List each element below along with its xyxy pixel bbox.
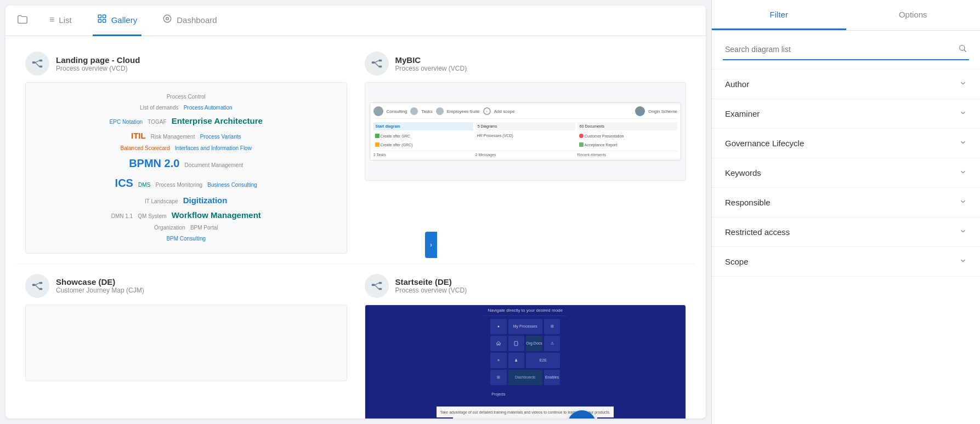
gallery-icon <box>97 14 107 26</box>
item-title-startseite: Startseite (DE) <box>395 277 467 287</box>
item-title-showcase: Showcase (DE) <box>56 277 144 287</box>
svg-line-25 <box>375 285 378 289</box>
dashboard-icon <box>162 14 172 26</box>
item-subtitle-mybic: Process overview (VCD) <box>395 65 467 72</box>
svg-rect-16 <box>32 284 36 286</box>
tab-list[interactable]: ≡ List <box>45 6 76 35</box>
item-preview-mybic: Consulting Tasks Employees Suite + Add s… <box>365 82 687 181</box>
chevron-down-icon-2 <box>959 109 967 118</box>
filter-restricted-access[interactable]: Restricted access <box>712 217 980 247</box>
gallery-item-startseite-de[interactable]: Startseite (DE) Process overview (VCD) N… <box>356 264 695 419</box>
sidebar-collapse-toggle[interactable]: › <box>425 232 437 258</box>
svg-rect-1 <box>103 15 105 18</box>
item-preview-startseite: Navigate directly to your desired mode M… <box>365 305 687 419</box>
diagram-icon-startseite <box>365 274 389 298</box>
filter-author[interactable]: Author <box>712 70 980 99</box>
svg-point-5 <box>166 18 169 20</box>
filter-scope[interactable]: Scope <box>712 247 980 277</box>
diagram-icon-mybic <box>365 51 389 76</box>
svg-rect-3 <box>103 20 105 22</box>
chevron-down-icon <box>959 79 967 89</box>
search-icon[interactable] <box>958 44 967 55</box>
filter-examiner[interactable]: Examiner <box>712 99 980 129</box>
folder-icon[interactable] <box>16 13 29 28</box>
item-subtitle-showcase: Customer Journey Map (CJM) <box>56 287 144 294</box>
svg-line-10 <box>35 62 39 66</box>
svg-rect-18 <box>39 288 43 290</box>
gallery-item-mybic[interactable]: MyBIC Process overview (VCD) Consulting … <box>356 42 695 264</box>
svg-rect-13 <box>378 66 382 68</box>
item-title-mybic: MyBIC <box>395 55 467 65</box>
tab-filter[interactable]: Filter <box>712 0 846 30</box>
svg-rect-11 <box>371 61 375 64</box>
svg-rect-21 <box>371 284 375 286</box>
sidebar-tabs: Filter Options <box>712 0 980 31</box>
item-title: Landing page - Cloud <box>56 55 140 65</box>
svg-rect-0 <box>98 15 101 18</box>
top-nav: ≡ List Gallery Dashboard <box>5 5 706 36</box>
svg-point-4 <box>163 15 171 22</box>
svg-line-14 <box>375 61 378 63</box>
tab-dashboard[interactable]: Dashboard <box>158 5 221 36</box>
svg-rect-23 <box>378 288 382 290</box>
svg-rect-27 <box>515 341 518 346</box>
right-sidebar: Filter Options Author Examiner <box>711 0 980 424</box>
diagram-icon-showcase <box>25 274 49 298</box>
svg-rect-8 <box>39 66 43 68</box>
svg-line-32 <box>964 50 966 52</box>
item-preview-showcase <box>25 305 347 381</box>
item-preview-wordcloud: Process Control List of demands Process … <box>25 82 347 254</box>
tab-gallery[interactable]: Gallery <box>93 5 142 36</box>
svg-line-19 <box>35 283 39 285</box>
svg-rect-22 <box>378 282 382 284</box>
filter-keywords[interactable]: Keywords <box>712 158 980 188</box>
list-icon: ≡ <box>49 15 54 25</box>
filter-responsible[interactable]: Responsible <box>712 188 980 217</box>
svg-rect-2 <box>98 20 101 22</box>
svg-rect-7 <box>39 60 43 62</box>
diagram-icon <box>25 51 49 76</box>
svg-line-15 <box>375 62 378 66</box>
filter-governance-lifecycle[interactable]: Governance Lifecycle <box>712 129 980 158</box>
chevron-down-icon-4 <box>959 168 967 177</box>
svg-line-9 <box>35 61 39 63</box>
svg-line-24 <box>375 283 378 285</box>
filter-section: Author Examiner Governance Lifecycle Key… <box>712 70 980 424</box>
search-container <box>712 31 980 70</box>
gallery-grid: Landing page - Cloud Process overview (V… <box>5 36 706 419</box>
svg-rect-6 <box>32 61 36 64</box>
item-subtitle: Process overview (VCD) <box>56 65 140 72</box>
chevron-down-icon-5 <box>959 198 967 207</box>
svg-rect-12 <box>378 60 382 62</box>
svg-rect-17 <box>39 282 43 284</box>
gallery-item-landing-cloud[interactable]: Landing page - Cloud Process overview (V… <box>16 42 356 264</box>
svg-point-31 <box>960 45 965 50</box>
svg-point-26 <box>497 325 499 327</box>
chevron-down-icon-3 <box>959 139 967 148</box>
search-input[interactable] <box>725 45 954 54</box>
tab-options[interactable]: Options <box>846 0 981 30</box>
gallery-item-showcase-de[interactable]: Showcase (DE) Customer Journey Map (CJM) <box>16 264 356 419</box>
search-box <box>723 39 969 60</box>
chevron-down-icon-6 <box>959 227 967 237</box>
item-subtitle-startseite: Process overview (VCD) <box>395 287 467 294</box>
chevron-down-icon-7 <box>959 257 967 266</box>
svg-line-20 <box>35 285 39 289</box>
